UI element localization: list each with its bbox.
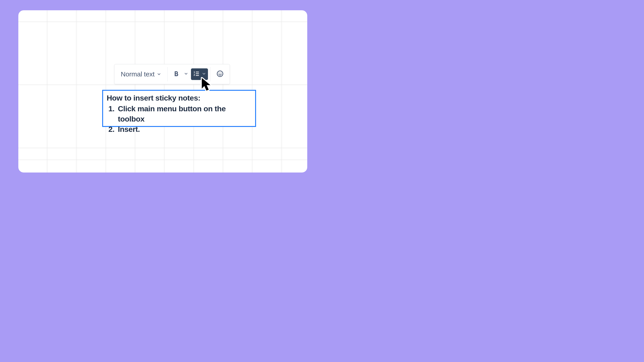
chevron-down-icon <box>202 71 206 77</box>
svg-point-5 <box>217 71 223 77</box>
chevron-down-icon <box>157 72 161 76</box>
list-item: Click main menu button on the toolbox <box>116 104 252 124</box>
numbered-list-icon: 1 2 <box>193 70 200 78</box>
svg-rect-3 <box>196 73 199 74</box>
svg-point-6 <box>219 73 220 73</box>
whiteboard-canvas[interactable]: Normal text <box>18 10 307 173</box>
svg-point-7 <box>221 73 222 73</box>
textstyle-label: Normal text <box>121 70 154 78</box>
canvas-text-block[interactable]: How to insert sticky notes: Click main m… <box>102 90 256 127</box>
chevron-down-icon <box>184 71 188 77</box>
text-block-ordered-list: Click main menu button on the toolbox In… <box>116 104 252 134</box>
list-item: Insert. <box>116 124 252 134</box>
bold-button[interactable] <box>170 68 182 80</box>
numbered-list-button[interactable]: 1 2 <box>193 70 200 78</box>
list-dropdown-button[interactable] <box>202 71 206 77</box>
smiley-icon <box>216 70 224 78</box>
svg-rect-2 <box>196 72 199 72</box>
text-block-heading: How to insert sticky notes: <box>107 93 252 103</box>
list-button-group: 1 2 <box>191 68 208 80</box>
svg-text:1: 1 <box>194 71 195 73</box>
emoji-button[interactable] <box>214 68 226 81</box>
svg-rect-4 <box>196 75 199 76</box>
bold-icon <box>173 70 180 78</box>
bold-dropdown-button[interactable] <box>182 69 190 79</box>
svg-text:2: 2 <box>194 73 195 76</box>
textstyle-dropdown-button[interactable]: Normal text <box>118 69 164 80</box>
text-formatting-toolbar: Normal text <box>114 64 230 84</box>
